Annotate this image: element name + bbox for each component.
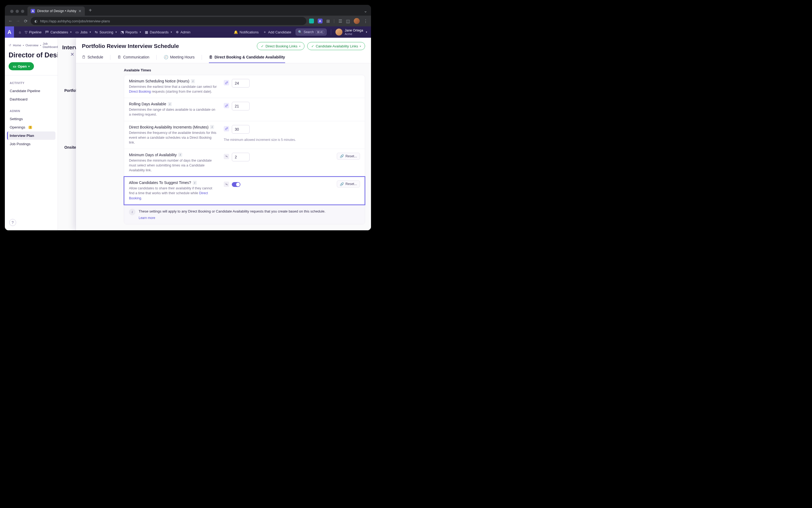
- tab-direct-booking[interactable]: 🗓Direct Booking & Candidate Availability: [209, 55, 285, 63]
- close-tab-icon[interactable]: ✕: [78, 9, 82, 13]
- chevron-down-icon: ▾: [360, 45, 361, 48]
- tab-meeting-hours[interactable]: 🕘Meeting Hours: [164, 55, 195, 63]
- tab-strip: A Director of Design • Ashby ✕ + ⌄: [5, 5, 371, 15]
- increments-hint: The minimum allowed increment size is 5 …: [224, 138, 296, 142]
- calendar-check-icon: 🗓: [209, 55, 213, 59]
- help-fab[interactable]: ?: [9, 219, 16, 226]
- history-icon[interactable]: ↺: [9, 43, 11, 47]
- allow-suggest-toggle[interactable]: [232, 182, 240, 187]
- search-icon: 🔍: [298, 30, 302, 34]
- row-min-days: Minimum Days of Availabilityi Determines…: [124, 149, 365, 177]
- nav-reports[interactable]: ⬔Reports▾: [121, 30, 141, 34]
- forward-icon[interactable]: →: [15, 18, 20, 24]
- link-icon[interactable]: [224, 126, 229, 131]
- global-search[interactable]: 🔍 Search ⌘+K: [296, 29, 327, 36]
- notifications-button[interactable]: 🔔Notifications: [234, 30, 259, 34]
- tab-title: Director of Design • Ashby: [37, 9, 76, 13]
- nav-sourcing[interactable]: ⇆Sourcing▾: [95, 30, 117, 34]
- unlink-icon[interactable]: [224, 181, 229, 187]
- brand-logo[interactable]: A: [5, 27, 14, 38]
- new-tab-button[interactable]: +: [85, 7, 96, 15]
- window-controls[interactable]: [8, 10, 28, 15]
- unlink-icon[interactable]: [224, 154, 229, 159]
- link-icon[interactable]: [224, 103, 229, 108]
- learn-more-link[interactable]: Learn more: [139, 215, 325, 220]
- tab-overflow-icon[interactable]: ⌄: [360, 8, 371, 15]
- nav-jobs[interactable]: ▭Jobs▾: [75, 30, 91, 34]
- schedule-overlay-panel: ✕ Portfolio Review Interview Schedule ✓ …: [76, 38, 371, 230]
- info-icon[interactable]: i: [193, 181, 197, 185]
- status-icon: ▭: [13, 65, 16, 69]
- ashby-extension-icon[interactable]: A: [318, 18, 322, 24]
- sidenav-dashboard[interactable]: Dashboard: [7, 95, 55, 103]
- user-org: Acme: [345, 32, 363, 36]
- address-bar[interactable]: ◐ https://app.ashbyhq.com/jobs/interview…: [31, 17, 306, 25]
- side-panel-icon[interactable]: ◫: [346, 18, 350, 24]
- stage-onsite[interactable]: Onsite: [64, 145, 76, 150]
- sidenav-candidate-pipeline[interactable]: Candidate Pipeline: [7, 87, 55, 95]
- crumb-job[interactable]: Job Dashboard: [43, 42, 58, 48]
- user-menu[interactable]: Jane Ortega Acme ▾: [335, 29, 367, 36]
- reset-min-days-button[interactable]: 🔗Reset...: [337, 153, 360, 160]
- warning-badge: !: [29, 126, 32, 129]
- browser-toolbar: ← → ⟳ ◐ https://app.ashbyhq.com/jobs/int…: [5, 15, 371, 27]
- kebab-menu-icon[interactable]: ⋮: [363, 18, 368, 24]
- tab-communication[interactable]: 🗓Communication: [118, 55, 149, 63]
- extensions-menu-icon[interactable]: ⊞: [326, 18, 330, 24]
- min-notice-input[interactable]: [232, 79, 250, 88]
- row-rolling-days: Rolling Days Availablei Determines the r…: [124, 98, 365, 121]
- reload-icon[interactable]: ⟳: [23, 18, 28, 24]
- chevron-down-icon: ▾: [299, 45, 301, 48]
- min-days-input[interactable]: [232, 153, 250, 161]
- info-icon[interactable]: i: [210, 125, 214, 129]
- close-panel-button[interactable]: ✕: [69, 51, 75, 58]
- page-title: Director of Design: [5, 50, 58, 62]
- sidenav-openings[interactable]: Openings!: [7, 123, 55, 131]
- keyboard-shortcut: ⌘+K: [316, 31, 324, 34]
- add-candidate-button[interactable]: ＋Add Candidate: [263, 30, 291, 35]
- nav-admin[interactable]: ✲Admin: [176, 30, 190, 34]
- nav-pipeline[interactable]: ▽Pipeline: [25, 30, 41, 34]
- url-text: https://app.ashbyhq.com/jobs/interview-p…: [40, 19, 110, 23]
- home-icon[interactable]: ⌂: [19, 30, 21, 34]
- app-topbar: A ⌂ ▽Pipeline ⛿Candidates▾ ▭Jobs▾ ⇆Sourc…: [5, 27, 371, 38]
- reset-suggest-button[interactable]: 🔗Reset...: [337, 180, 360, 187]
- increments-input[interactable]: [232, 125, 250, 134]
- settings-info-banner: i These settings will apply to any Direc…: [124, 205, 365, 224]
- extension-icons: A ⊞ | ☰ ◫ ⋮: [309, 18, 368, 24]
- info-icon[interactable]: i: [178, 153, 182, 157]
- app-root: A ⌂ ▽Pipeline ⛿Candidates▾ ▭Jobs▾ ⇆Sourc…: [5, 27, 371, 230]
- crumb-overview[interactable]: Overview: [26, 44, 39, 47]
- sidenav-job-postings[interactable]: Job Postings: [7, 140, 55, 148]
- available-times-card: Minimum Scheduling Notice (Hours)i Deter…: [124, 75, 365, 224]
- profile-avatar-icon[interactable]: [354, 18, 360, 24]
- rolling-days-input[interactable]: [232, 102, 250, 111]
- user-avatar-icon: [335, 29, 343, 36]
- site-info-icon[interactable]: ◐: [35, 19, 37, 23]
- link-icon[interactable]: [224, 80, 229, 85]
- info-icon[interactable]: i: [168, 102, 172, 106]
- browser-tab[interactable]: A Director of Design • Ashby ✕: [28, 6, 85, 15]
- sidenav-interview-plan[interactable]: Interview Plan: [7, 131, 55, 140]
- chevron-down-icon: ▾: [28, 65, 30, 68]
- info-icon: i: [129, 209, 135, 215]
- crumb-home[interactable]: Home: [13, 44, 21, 47]
- nav-candidates[interactable]: ⛿Candidates▾: [45, 30, 72, 34]
- direct-booking-links-button[interactable]: ✓ Direct Booking Links ▾: [257, 42, 305, 50]
- tab-schedule[interactable]: 🗒Schedule: [82, 55, 103, 63]
- link-icon: 🔗: [340, 182, 344, 186]
- mid-heading: Interview Plan: [58, 44, 76, 51]
- sidenav-settings[interactable]: Settings: [7, 115, 55, 123]
- overlay-title: Portfolio Review Interview Schedule: [82, 43, 179, 49]
- direct-booking-link[interactable]: Direct Booking: [129, 90, 151, 93]
- candidate-availability-links-button[interactable]: ✓ Candidate Availability Links ▾: [307, 42, 365, 50]
- back-icon[interactable]: ←: [8, 18, 13, 24]
- info-icon[interactable]: i: [191, 79, 195, 83]
- mid-column: Interview Plan Portfolio Review Onsite: [58, 38, 76, 230]
- link-icon: 🔗: [340, 154, 344, 158]
- nav-dashboards[interactable]: ▦Dashboards▾: [145, 30, 172, 34]
- reading-list-icon[interactable]: ☰: [339, 18, 342, 24]
- breadcrumb: ↺ Home• Overview• Job Dashboard: [5, 40, 58, 50]
- job-status-button[interactable]: ▭ Open ▾: [9, 62, 34, 70]
- extension-icon[interactable]: [309, 18, 314, 24]
